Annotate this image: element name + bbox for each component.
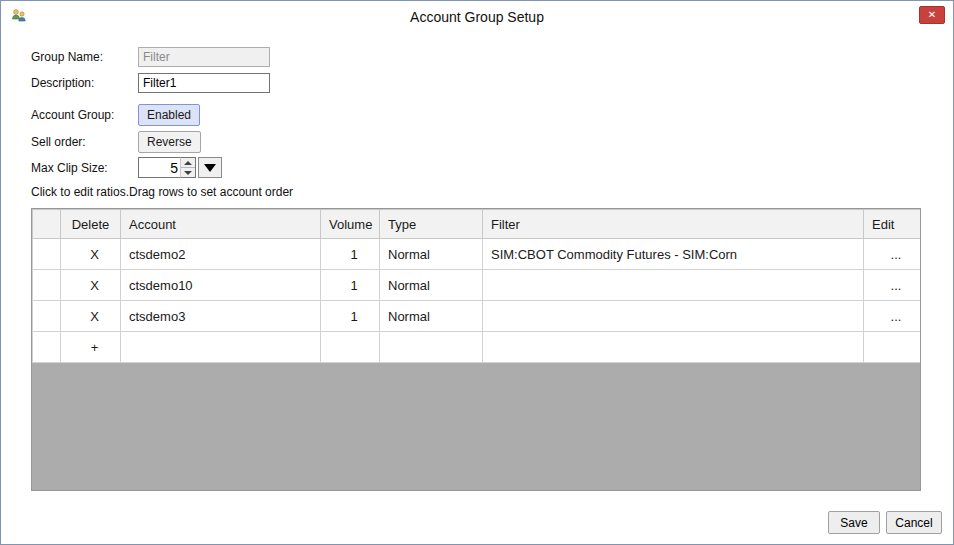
header-row: Delete Account Volume Type Filter Edit <box>33 210 921 239</box>
description-input[interactable] <box>138 73 270 93</box>
chevron-up-icon <box>184 161 192 165</box>
new-row: + <box>33 332 921 363</box>
col-header-filter[interactable]: Filter <box>483 210 864 239</box>
table-row: X ctsdemo3 1 Normal ... <box>33 301 921 332</box>
max-clip-dropdown-button[interactable] <box>198 157 222 178</box>
title-bar: Account Group Setup ✕ <box>1 1 953 31</box>
row-selector[interactable] <box>33 270 61 301</box>
group-name-label: Group Name: <box>31 50 103 64</box>
spinner-down-button[interactable] <box>181 167 195 177</box>
account-cell[interactable]: ctsdemo2 <box>121 239 321 270</box>
sell-order-label: Sell order: <box>31 135 86 149</box>
edit-cell[interactable] <box>864 332 921 363</box>
row-selector[interactable] <box>33 332 61 363</box>
grid-hint-text: Click to edit ratios.Drag rows to set ac… <box>31 185 293 199</box>
accounts-table: Delete Account Volume Type Filter Edit X… <box>32 209 921 363</box>
save-button[interactable]: Save <box>828 511 880 534</box>
volume-cell[interactable]: 1 <box>321 270 380 301</box>
account-group-enabled-button[interactable]: Enabled <box>138 104 200 126</box>
max-clip-size-input[interactable] <box>138 157 180 178</box>
account-cell[interactable]: ctsdemo10 <box>121 270 321 301</box>
close-button[interactable]: ✕ <box>919 6 945 24</box>
accounts-grid: Delete Account Volume Type Filter Edit X… <box>31 208 921 491</box>
volume-cell[interactable]: 1 <box>321 301 380 332</box>
add-row-cell[interactable]: + <box>61 332 121 363</box>
row-selector-header <box>33 210 61 239</box>
delete-cell[interactable]: X <box>61 301 121 332</box>
table-row: X ctsdemo2 1 Normal SIM:CBOT Commodity F… <box>33 239 921 270</box>
dropdown-arrow-icon <box>204 164 216 172</box>
group-name-input <box>138 47 270 67</box>
filter-cell[interactable] <box>483 332 864 363</box>
type-cell[interactable]: Normal <box>380 239 483 270</box>
filter-cell[interactable] <box>483 301 864 332</box>
col-header-volume[interactable]: Volume <box>321 210 380 239</box>
spinner-up-button[interactable] <box>181 158 195 167</box>
window-title: Account Group Setup <box>1 9 953 25</box>
row-selector[interactable] <box>33 301 61 332</box>
description-label: Description: <box>31 76 94 90</box>
table-row: X ctsdemo10 1 Normal ... <box>33 270 921 301</box>
sell-order-reverse-button[interactable]: Reverse <box>138 131 201 153</box>
account-cell[interactable] <box>121 332 321 363</box>
col-header-account[interactable]: Account <box>121 210 321 239</box>
account-group-label: Account Group: <box>31 108 114 122</box>
col-header-delete[interactable]: Delete <box>61 210 121 239</box>
col-header-type[interactable]: Type <box>380 210 483 239</box>
delete-cell[interactable]: X <box>61 270 121 301</box>
cancel-button[interactable]: Cancel <box>886 511 942 534</box>
type-cell[interactable] <box>380 332 483 363</box>
delete-cell[interactable]: X <box>61 239 121 270</box>
chevron-down-icon <box>184 171 192 175</box>
volume-cell[interactable] <box>321 332 380 363</box>
volume-cell[interactable]: 1 <box>321 239 380 270</box>
type-cell[interactable]: Normal <box>380 301 483 332</box>
edit-cell-button[interactable]: ... <box>864 301 921 332</box>
filter-cell[interactable]: SIM:CBOT Commodity Futures - SIM:Corn <box>483 239 864 270</box>
max-clip-size-label: Max Clip Size: <box>31 161 108 175</box>
max-clip-size-control <box>138 157 222 178</box>
edit-cell-button[interactable]: ... <box>864 270 921 301</box>
filter-cell[interactable] <box>483 270 864 301</box>
type-cell[interactable]: Normal <box>380 270 483 301</box>
col-header-edit[interactable]: Edit <box>864 210 921 239</box>
row-selector[interactable] <box>33 239 61 270</box>
account-cell[interactable]: ctsdemo3 <box>121 301 321 332</box>
max-clip-spinner <box>180 157 196 178</box>
edit-cell-button[interactable]: ... <box>864 239 921 270</box>
